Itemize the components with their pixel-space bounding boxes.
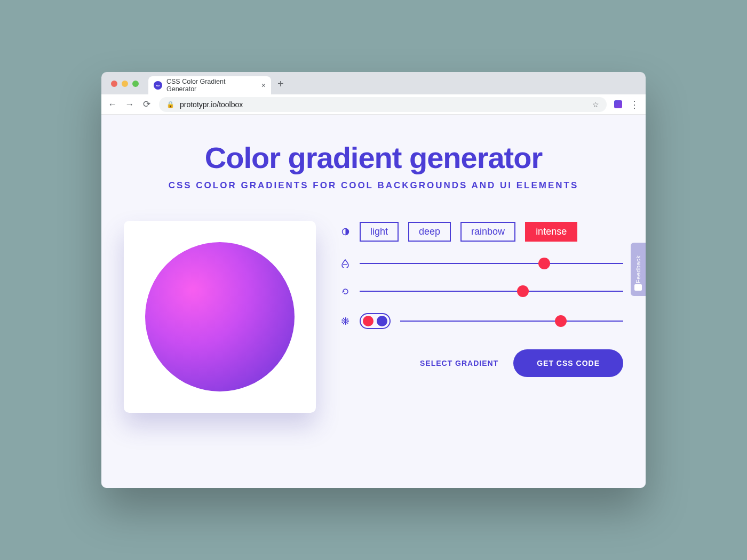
feedback-chat-icon bbox=[634, 284, 642, 291]
browser-tab[interactable]: ∞ CSS Color Gradient Generator × bbox=[148, 76, 271, 94]
drop-icon bbox=[340, 259, 350, 268]
lock-icon: 🔒 bbox=[166, 101, 174, 108]
contrast-icon bbox=[340, 228, 350, 236]
feedback-label: Feedback bbox=[635, 255, 641, 283]
rotation-slider[interactable] bbox=[360, 285, 623, 297]
actions-row: SELECT GRADIENT GET CSS CODE bbox=[340, 349, 623, 377]
rotation-row bbox=[340, 285, 623, 297]
close-tab-icon[interactable]: × bbox=[261, 81, 266, 90]
style-option-rainbow[interactable]: rainbow bbox=[460, 222, 515, 242]
get-css-button[interactable]: GET CSS CODE bbox=[513, 349, 623, 377]
style-option-light[interactable]: light bbox=[360, 222, 399, 242]
browser-menu-icon[interactable]: ⋮ bbox=[630, 99, 639, 110]
back-button[interactable]: ← bbox=[108, 99, 117, 110]
rotate-icon bbox=[340, 287, 350, 295]
third-handle[interactable] bbox=[555, 315, 567, 327]
tab-strip: ∞ CSS Color Gradient Generator × + bbox=[101, 72, 646, 94]
feedback-tab[interactable]: Feedback bbox=[631, 243, 646, 296]
favicon-icon: ∞ bbox=[154, 81, 162, 90]
close-window-icon[interactable] bbox=[111, 81, 117, 87]
maximize-window-icon[interactable] bbox=[132, 81, 139, 87]
gradient-preview-card bbox=[124, 221, 316, 413]
browser-toolbar: ← → ⟳ 🔒 prototypr.io/toolbox ☆ ⋮ bbox=[101, 94, 646, 115]
select-gradient-button[interactable]: SELECT GRADIENT bbox=[420, 359, 498, 367]
page-content: Color gradient generator CSS COLOR GRADI… bbox=[101, 115, 646, 488]
forward-button[interactable]: → bbox=[125, 99, 134, 110]
address-bar[interactable]: 🔒 prototypr.io/toolbox ☆ bbox=[159, 97, 607, 112]
extension-icon[interactable] bbox=[614, 100, 622, 108]
style-row: light deep rainbow intense bbox=[340, 222, 623, 242]
page-title: Color gradient generator bbox=[124, 140, 623, 175]
style-option-intense[interactable]: intense bbox=[525, 222, 577, 242]
url-text: prototypr.io/toolbox bbox=[180, 100, 243, 109]
rotation-handle[interactable] bbox=[517, 285, 529, 297]
browser-window: ∞ CSS Color Gradient Generator × + ← → ⟳… bbox=[101, 72, 646, 488]
intensity-row bbox=[340, 258, 623, 269]
pattern-row bbox=[340, 313, 623, 329]
reload-button[interactable]: ⟳ bbox=[142, 99, 152, 110]
style-option-group: light deep rainbow intense bbox=[360, 222, 577, 242]
tab-title: CSS Color Gradient Generator bbox=[166, 78, 257, 93]
minimize-window-icon[interactable] bbox=[122, 81, 128, 87]
gradient-preview-circle bbox=[145, 242, 295, 391]
spiral-icon bbox=[340, 317, 350, 325]
window-controls bbox=[108, 81, 139, 94]
style-option-deep[interactable]: deep bbox=[408, 222, 451, 242]
page-subtitle: CSS COLOR GRADIENTS FOR COOL BACKGROUNDS… bbox=[124, 180, 623, 191]
third-slider[interactable] bbox=[400, 315, 623, 327]
new-tab-button[interactable]: + bbox=[271, 78, 290, 94]
bookmark-star-icon[interactable]: ☆ bbox=[592, 100, 599, 109]
intensity-slider[interactable] bbox=[360, 258, 623, 269]
gradient-type-toggle[interactable] bbox=[360, 313, 391, 329]
intensity-handle[interactable] bbox=[538, 258, 550, 269]
